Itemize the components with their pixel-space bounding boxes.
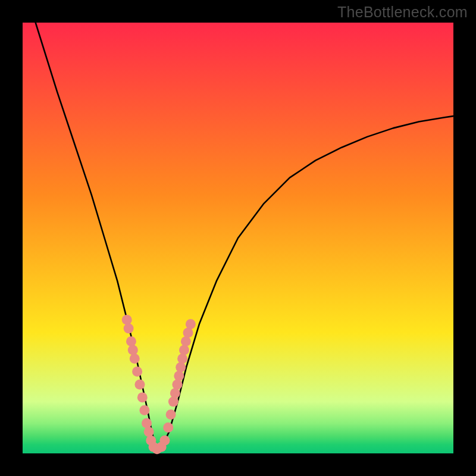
- sample-dot: [181, 336, 191, 346]
- sample-dot: [179, 345, 189, 355]
- sample-dot: [130, 353, 140, 364]
- sample-dot: [126, 336, 136, 346]
- sample-dot: [170, 388, 180, 398]
- sample-dot: [174, 371, 184, 381]
- bottleneck-chart: [0, 0, 476, 476]
- sample-dot: [159, 436, 170, 446]
- sample-dot: [134, 380, 145, 390]
- sample-dot: [144, 427, 154, 437]
- sample-dot: [142, 418, 152, 428]
- sample-dot: [186, 319, 196, 329]
- watermark-text: TheBottleneck.com: [337, 4, 468, 21]
- sample-dot: [124, 324, 134, 334]
- sample-dot: [128, 345, 138, 355]
- sample-dot: [176, 362, 186, 372]
- sample-dot: [177, 353, 187, 364]
- sample-dot: [172, 380, 182, 390]
- sample-dot: [132, 367, 142, 377]
- sample-dot: [163, 422, 173, 433]
- sample-dot: [137, 392, 148, 402]
- sample-dot: [168, 397, 178, 407]
- sample-dot: [183, 328, 193, 338]
- sample-dot: [139, 405, 149, 415]
- chart-frame: { "watermark": "TheBottleneck.com", "col…: [0, 0, 476, 476]
- sample-dot: [122, 315, 132, 325]
- sample-dot: [166, 409, 176, 419]
